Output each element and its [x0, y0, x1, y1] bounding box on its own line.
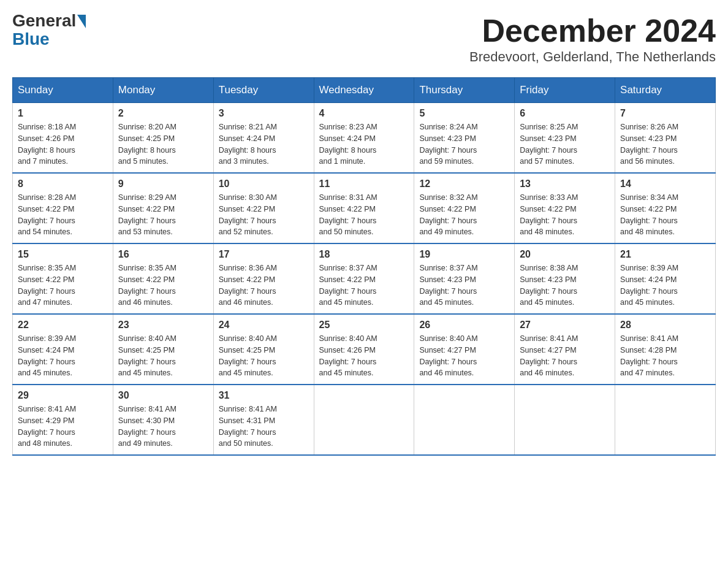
day-number: 16 [118, 249, 208, 260]
calendar-cell [314, 385, 414, 455]
calendar-cell [515, 385, 615, 455]
calendar-cell: 25 Sunrise: 8:40 AMSunset: 4:26 PMDaylig… [314, 314, 414, 385]
calendar-cell: 13 Sunrise: 8:33 AMSunset: 4:22 PMDaylig… [515, 173, 615, 243]
calendar-week-row: 8 Sunrise: 8:28 AMSunset: 4:22 PMDayligh… [13, 173, 716, 243]
day-info: Sunrise: 8:40 AMSunset: 4:25 PMDaylight:… [219, 334, 277, 377]
day-number: 25 [319, 320, 409, 331]
calendar-header-thursday: Thursday [414, 78, 515, 103]
calendar-header-row: SundayMondayTuesdayWednesdayThursdayFrid… [13, 78, 716, 103]
calendar-cell: 15 Sunrise: 8:35 AMSunset: 4:22 PMDaylig… [13, 243, 113, 314]
day-info: Sunrise: 8:36 AMSunset: 4:22 PMDaylight:… [219, 264, 277, 307]
day-number: 11 [319, 178, 409, 190]
day-info: Sunrise: 8:25 AMSunset: 4:23 PMDaylight:… [520, 123, 578, 166]
day-number: 17 [219, 249, 309, 260]
day-number: 12 [419, 178, 509, 190]
day-number: 8 [18, 178, 108, 190]
day-info: Sunrise: 8:41 AMSunset: 4:31 PMDaylight:… [219, 405, 277, 448]
calendar-cell: 8 Sunrise: 8:28 AMSunset: 4:22 PMDayligh… [13, 173, 113, 243]
calendar-cell [414, 385, 515, 455]
day-info: Sunrise: 8:26 AMSunset: 4:23 PMDaylight:… [620, 123, 678, 166]
day-info: Sunrise: 8:28 AMSunset: 4:22 PMDaylight:… [18, 193, 76, 236]
calendar-cell: 29 Sunrise: 8:41 AMSunset: 4:29 PMDaylig… [13, 385, 113, 455]
calendar-cell: 12 Sunrise: 8:32 AMSunset: 4:22 PMDaylig… [414, 173, 515, 243]
day-number: 3 [219, 108, 309, 119]
logo-general-text: General [12, 12, 76, 29]
day-number: 14 [620, 178, 710, 190]
day-number: 10 [219, 178, 309, 190]
day-info: Sunrise: 8:41 AMSunset: 4:29 PMDaylight:… [18, 405, 76, 448]
day-number: 27 [520, 320, 610, 331]
calendar-cell: 18 Sunrise: 8:37 AMSunset: 4:22 PMDaylig… [314, 243, 414, 314]
day-number: 1 [18, 108, 108, 119]
day-info: Sunrise: 8:31 AMSunset: 4:22 PMDaylight:… [319, 193, 377, 236]
day-info: Sunrise: 8:37 AMSunset: 4:22 PMDaylight:… [319, 264, 377, 307]
day-number: 5 [419, 108, 509, 119]
day-number: 13 [520, 178, 610, 190]
calendar-cell: 14 Sunrise: 8:34 AMSunset: 4:22 PMDaylig… [615, 173, 716, 243]
day-info: Sunrise: 8:41 AMSunset: 4:28 PMDaylight:… [620, 334, 678, 377]
day-number: 18 [319, 249, 409, 260]
calendar-header-monday: Monday [113, 78, 213, 103]
day-number: 19 [419, 249, 509, 260]
calendar-cell: 17 Sunrise: 8:36 AMSunset: 4:22 PMDaylig… [213, 243, 314, 314]
day-number: 15 [18, 249, 108, 260]
day-info: Sunrise: 8:21 AMSunset: 4:24 PMDaylight:… [219, 123, 277, 166]
day-number: 2 [118, 108, 208, 119]
day-number: 31 [219, 390, 309, 401]
calendar-week-row: 29 Sunrise: 8:41 AMSunset: 4:29 PMDaylig… [13, 385, 716, 455]
day-number: 29 [18, 390, 108, 401]
day-info: Sunrise: 8:39 AMSunset: 4:24 PMDaylight:… [620, 264, 678, 307]
day-info: Sunrise: 8:41 AMSunset: 4:30 PMDaylight:… [118, 405, 176, 448]
day-info: Sunrise: 8:33 AMSunset: 4:22 PMDaylight:… [520, 193, 578, 236]
calendar-week-row: 22 Sunrise: 8:39 AMSunset: 4:24 PMDaylig… [13, 314, 716, 385]
calendar-cell: 9 Sunrise: 8:29 AMSunset: 4:22 PMDayligh… [113, 173, 213, 243]
title-block: December 2024 Bredevoort, Gelderland, Th… [469, 12, 716, 65]
calendar-cell: 16 Sunrise: 8:35 AMSunset: 4:22 PMDaylig… [113, 243, 213, 314]
calendar-cell: 27 Sunrise: 8:41 AMSunset: 4:27 PMDaylig… [515, 314, 615, 385]
day-info: Sunrise: 8:32 AMSunset: 4:22 PMDaylight:… [419, 193, 477, 236]
calendar-cell: 24 Sunrise: 8:40 AMSunset: 4:25 PMDaylig… [213, 314, 314, 385]
day-info: Sunrise: 8:35 AMSunset: 4:22 PMDaylight:… [118, 264, 176, 307]
calendar-cell: 20 Sunrise: 8:38 AMSunset: 4:23 PMDaylig… [515, 243, 615, 314]
day-number: 24 [219, 320, 309, 331]
day-number: 6 [520, 108, 610, 119]
calendar-header-saturday: Saturday [615, 78, 716, 103]
day-info: Sunrise: 8:18 AMSunset: 4:26 PMDaylight:… [18, 123, 76, 166]
calendar-week-row: 15 Sunrise: 8:35 AMSunset: 4:22 PMDaylig… [13, 243, 716, 314]
day-number: 23 [118, 320, 208, 331]
calendar-cell: 19 Sunrise: 8:37 AMSunset: 4:23 PMDaylig… [414, 243, 515, 314]
day-number: 21 [620, 249, 710, 260]
calendar-header-friday: Friday [515, 78, 615, 103]
day-info: Sunrise: 8:34 AMSunset: 4:22 PMDaylight:… [620, 193, 678, 236]
day-info: Sunrise: 8:20 AMSunset: 4:25 PMDaylight:… [118, 123, 176, 166]
calendar-cell: 10 Sunrise: 8:30 AMSunset: 4:22 PMDaylig… [213, 173, 314, 243]
calendar-cell: 5 Sunrise: 8:24 AMSunset: 4:23 PMDayligh… [414, 103, 515, 174]
calendar-cell: 26 Sunrise: 8:40 AMSunset: 4:27 PMDaylig… [414, 314, 515, 385]
calendar-cell: 28 Sunrise: 8:41 AMSunset: 4:28 PMDaylig… [615, 314, 716, 385]
calendar-cell [615, 385, 716, 455]
calendar-cell: 31 Sunrise: 8:41 AMSunset: 4:31 PMDaylig… [213, 385, 314, 455]
day-info: Sunrise: 8:39 AMSunset: 4:24 PMDaylight:… [18, 334, 76, 377]
day-number: 7 [620, 108, 710, 119]
page-subtitle: Bredevoort, Gelderland, The Netherlands [469, 49, 716, 65]
day-info: Sunrise: 8:30 AMSunset: 4:22 PMDaylight:… [219, 193, 277, 236]
calendar-cell: 6 Sunrise: 8:25 AMSunset: 4:23 PMDayligh… [515, 103, 615, 174]
calendar-cell: 23 Sunrise: 8:40 AMSunset: 4:25 PMDaylig… [113, 314, 213, 385]
day-number: 4 [319, 108, 409, 119]
day-number: 20 [520, 249, 610, 260]
calendar-cell: 1 Sunrise: 8:18 AMSunset: 4:26 PMDayligh… [13, 103, 113, 174]
calendar-cell: 4 Sunrise: 8:23 AMSunset: 4:24 PMDayligh… [314, 103, 414, 174]
logo: General Blue [12, 12, 86, 49]
day-info: Sunrise: 8:29 AMSunset: 4:22 PMDaylight:… [118, 193, 176, 236]
day-info: Sunrise: 8:35 AMSunset: 4:22 PMDaylight:… [18, 264, 76, 307]
day-number: 30 [118, 390, 208, 401]
calendar-cell: 3 Sunrise: 8:21 AMSunset: 4:24 PMDayligh… [213, 103, 314, 174]
day-info: Sunrise: 8:37 AMSunset: 4:23 PMDaylight:… [419, 264, 477, 307]
calendar-cell: 22 Sunrise: 8:39 AMSunset: 4:24 PMDaylig… [13, 314, 113, 385]
day-info: Sunrise: 8:40 AMSunset: 4:27 PMDaylight:… [419, 334, 477, 377]
calendar-cell: 2 Sunrise: 8:20 AMSunset: 4:25 PMDayligh… [113, 103, 213, 174]
calendar-header-tuesday: Tuesday [213, 78, 314, 103]
day-number: 22 [18, 320, 108, 331]
calendar-cell: 11 Sunrise: 8:31 AMSunset: 4:22 PMDaylig… [314, 173, 414, 243]
day-info: Sunrise: 8:24 AMSunset: 4:23 PMDaylight:… [419, 123, 477, 166]
